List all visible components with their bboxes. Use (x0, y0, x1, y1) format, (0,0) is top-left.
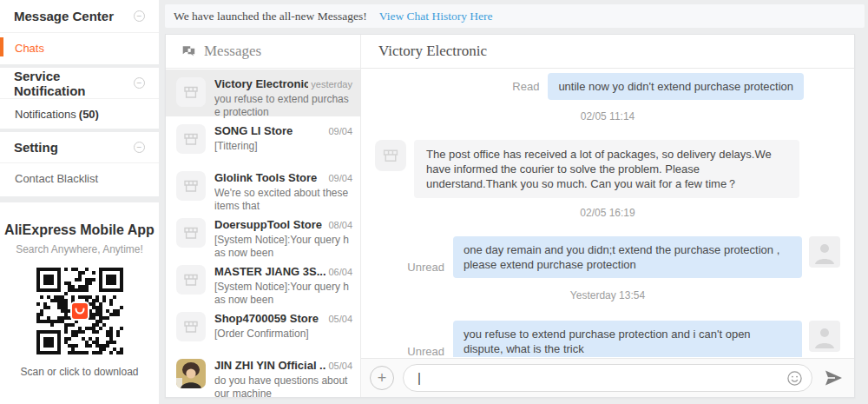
store-avatar-icon (176, 124, 206, 154)
store-avatar-icon (176, 77, 206, 107)
message-bubble: The post office has received a lot of pa… (414, 140, 799, 198)
person-avatar-icon (809, 236, 840, 268)
conversation-name: Glolink Tools Store (214, 171, 326, 184)
message-center-header: Message Center − (0, 0, 159, 33)
message-input[interactable] (418, 365, 780, 391)
conversation-time: 05/04 (328, 361, 352, 371)
conversation-time: 09/04 (328, 126, 352, 136)
app-promo-subtitle: Search Anywhere, Anytime! (0, 243, 159, 255)
conversation-preview: you refuse to extend purchase protection (214, 93, 352, 119)
sidebar-item-contact-blacklist[interactable]: Contact Blacklist (0, 163, 159, 194)
notifications-label: Notifications (15, 108, 76, 121)
conversation-doersupptool-store[interactable]: DoersuppTool Store 08/04 [System Notice]… (166, 210, 360, 257)
chat-title: Victory Electronic (378, 43, 487, 60)
profile-photo-avatar (176, 359, 206, 388)
outgoing-message: Read untile now yo didn't extend purchas… (361, 73, 804, 100)
chat-thread: Read untile now yo didn't extend purchas… (361, 70, 854, 357)
conversation-list-panel: Messages Victory Electronic yesterday yo… (166, 35, 361, 397)
outgoing-message: Unread one day remain and you didn;t ext… (361, 236, 840, 278)
conversation-preview: [Order Confirmation] (214, 328, 352, 341)
timestamp: 02/05 16:19 (361, 207, 854, 219)
messages-panel-header: Messages (166, 35, 360, 69)
sidebar-item-notifications[interactable]: Notifications (50) (0, 99, 159, 129)
conversation-time: yesterday (311, 79, 352, 89)
conversation-preview: do you have questions about our machine (214, 374, 352, 397)
incoming-message: The post office has received a lot of pa… (375, 140, 804, 198)
timestamp: Yesterday 13:54 (361, 289, 854, 301)
sidebar-section-setting: Setting − Contact Blacklist (0, 132, 159, 196)
message-center-title: Message Center (14, 9, 114, 23)
app-download-qr-code[interactable] (36, 268, 123, 354)
store-avatar-icon (375, 140, 406, 171)
sidebar-section-message-center: Message Center − Chats (0, 0, 159, 64)
timestamp: 02/05 11:14 (361, 110, 854, 123)
store-avatar-icon (176, 265, 206, 295)
message-bubble: untile now yo didn't extend purchase pro… (548, 73, 804, 100)
conversation-victory-electronic[interactable]: Victory Electronic yesterday you refuse … (166, 70, 360, 116)
conversation-time: 05/04 (328, 314, 352, 324)
conversation-list: Victory Electronic yesterday you refuse … (166, 70, 360, 397)
messages-panel-title: Messages (204, 43, 261, 60)
store-avatar-icon (176, 218, 206, 248)
attach-plus-button[interactable]: + (370, 366, 394, 390)
store-avatar-icon (176, 171, 206, 201)
message-bubble: one day remain and you didn;t extend the… (453, 236, 802, 278)
message-input-pill[interactable]: | (403, 364, 812, 392)
conversation-time: 09/04 (328, 173, 352, 183)
collapse-icon[interactable]: − (134, 77, 145, 89)
chats-label: Chats (15, 42, 44, 55)
setting-header: Setting − (0, 132, 159, 163)
aliexpress-logo-icon (70, 301, 89, 321)
app-promo-title: AliExpress Mobile App (0, 222, 159, 238)
conversation-name: SONG LI Store (214, 124, 326, 137)
sidebar-section-service-notification: Service Notification − Notifications (50… (0, 68, 159, 129)
conversation-time: 08/04 (328, 220, 352, 230)
sidebar-item-chats[interactable]: Chats (0, 33, 159, 63)
collapse-icon[interactable]: − (134, 142, 145, 153)
conversation-song-li-store[interactable]: SONG LI Store 09/04 [Tittering] (166, 116, 360, 163)
message-composer: + | (361, 358, 854, 397)
store-avatar-icon (176, 312, 206, 341)
announcement-banner: We have launched the all-new Messages! V… (165, 4, 865, 28)
emoji-icon[interactable] (786, 370, 803, 390)
conversation-preview: [System Notice]:Your query has now been (214, 281, 352, 307)
conversation-glolink-tools-store[interactable]: Glolink Tools Store 09/04 We're so excit… (166, 163, 360, 210)
conversation-name: JIN ZHI YIN Official ... (214, 359, 326, 372)
conversation-name: MASTER JIANG 3S... (214, 265, 326, 278)
conversation-jin-zhi-yin-official[interactable]: JIN ZHI YIN Official ... 05/04 do you ha… (166, 351, 360, 397)
message-center-page: { "icons": { "collapse": "−", "plus": "+… (0, 0, 868, 404)
unread-status-label: Unread (407, 261, 444, 274)
conversation-preview: [Tittering] (214, 140, 352, 153)
conversation-preview: We're so excited about these items that (214, 187, 352, 213)
conversation-name: Shop4700059 Store (214, 312, 326, 325)
conversation-time: 06/04 (328, 267, 352, 277)
sidebar-section-app-promo: AliExpress Mobile App Search Anywhere, A… (0, 202, 159, 404)
collapse-icon[interactable]: − (134, 10, 145, 22)
conversation-master-jiang-3s[interactable]: MASTER JIANG 3S... 06/04 [System Notice]… (166, 257, 360, 304)
contact-blacklist-label: Contact Blacklist (15, 172, 98, 185)
service-notification-header: Service Notification − (0, 68, 159, 99)
unread-status-label: Unread (407, 345, 444, 357)
conversation-name: DoersuppTool Store (214, 218, 326, 231)
messages-widget: Messages Victory Electronic yesterday yo… (165, 34, 855, 398)
conversation-preview: [System Notice]:Your query has now been (214, 234, 352, 260)
service-notification-title: Service Notification (14, 69, 134, 98)
chat-panel: Victory Electronic Read untile now yo di… (361, 35, 854, 397)
chat-header: Victory Electronic (361, 35, 854, 69)
chat-bubbles-icon (181, 43, 196, 59)
banner-text: We have launched the all-new Messages! (174, 10, 367, 23)
view-chat-history-link[interactable]: View Chat History Here (379, 10, 493, 23)
conversation-name: Victory Electronic (214, 77, 308, 90)
conversation-shop4700059-store[interactable]: Shop4700059 Store 05/04 [Order Confirmat… (166, 304, 360, 351)
read-status-label: Read (512, 80, 539, 93)
notifications-count: (50) (79, 108, 99, 121)
person-avatar-icon (809, 321, 840, 352)
send-icon[interactable] (823, 368, 844, 388)
app-promo-caption[interactable]: Scan or click to download (0, 366, 159, 378)
message-bubble: you refuse to extend purchase protection… (453, 321, 802, 357)
setting-title: Setting (14, 140, 58, 155)
outgoing-message: Unread you refuse to extend purchase pro… (361, 321, 840, 357)
